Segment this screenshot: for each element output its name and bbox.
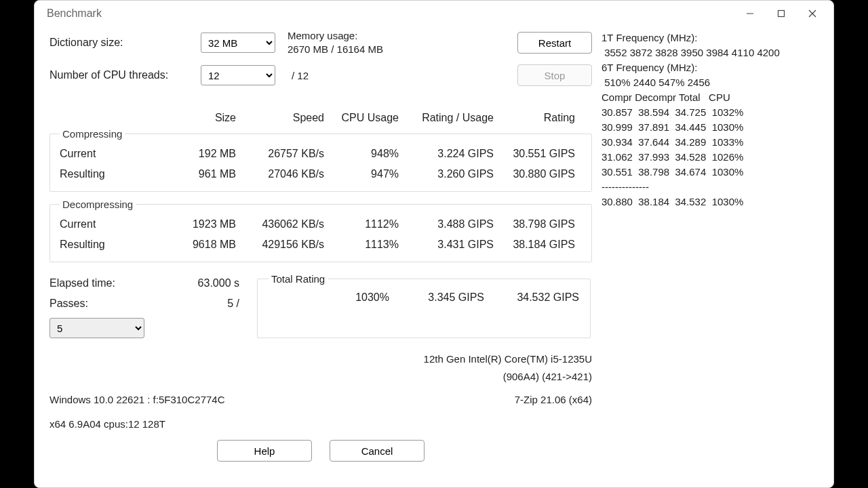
cpu-threads-select[interactable]: 12 (201, 65, 275, 85)
passes-label: Passes: (50, 298, 88, 310)
maximize-button[interactable] (766, 1, 797, 26)
os-info: Windows 10.0 22621 : f:5F310C2774C (50, 391, 225, 409)
dictionary-size-select[interactable]: 32 MB (201, 33, 275, 53)
window-title: Benchmark (47, 7, 102, 20)
cancel-button[interactable]: Cancel (330, 440, 425, 462)
cpu-threads-label: Number of CPU threads: (50, 69, 195, 81)
memory-usage: Memory usage: 2670 MB / 16164 MB (288, 29, 512, 56)
stop-button[interactable]: Stop (517, 64, 592, 86)
table-row: Current 192 MB 26757 KB/s 948% 3.224 GIP… (60, 144, 585, 164)
elapsed-value: 63.000 s (198, 277, 239, 289)
cpu-info: 12th Gen Intel(R) Core(TM) i5-1235U(906A… (424, 350, 592, 386)
passes-select[interactable]: 5 (50, 318, 144, 338)
dictionary-size-label: Dictionary size: (50, 37, 195, 49)
passes-value: 5 / (227, 298, 239, 310)
decompressing-group: Decompressing Current 1923 MB 436062 KB/… (50, 199, 592, 262)
svg-rect-1 (778, 11, 785, 17)
close-button[interactable] (797, 1, 828, 26)
elapsed-label: Elapsed time: (50, 277, 115, 289)
compressing-group: Compressing Current 192 MB 26757 KB/s 94… (50, 128, 592, 192)
minimize-button[interactable] (734, 1, 766, 26)
benchmark-window: Benchmark Dictionary size: 32 MB Memory … (34, 0, 834, 488)
table-row: Current 1923 MB 436062 KB/s 1112% 3.488 … (60, 214, 585, 235)
app-version: 7-Zip 21.06 (x64) (515, 391, 592, 409)
table-row: Resulting 9618 MB 429156 KB/s 1113% 3.43… (60, 235, 585, 255)
restart-button[interactable]: Restart (517, 32, 592, 54)
table-row: Resulting 961 MB 27046 KB/s 947% 3.260 G… (60, 164, 585, 184)
build-info: x64 6.9A04 cpus:12 128T (50, 415, 592, 433)
log-panel: 1T Frequency (MHz): 3552 3872 3828 3950 … (601, 26, 818, 462)
help-button[interactable]: Help (217, 440, 312, 462)
titlebar: Benchmark (35, 1, 833, 26)
table-header: Size Speed CPU Usage Rating / Usage Rati… (50, 104, 592, 124)
total-rating-group: Total Rating 1030% 3.345 GIPS 34.532 GIP… (257, 273, 591, 338)
cpu-threads-max: / 12 (288, 70, 512, 81)
